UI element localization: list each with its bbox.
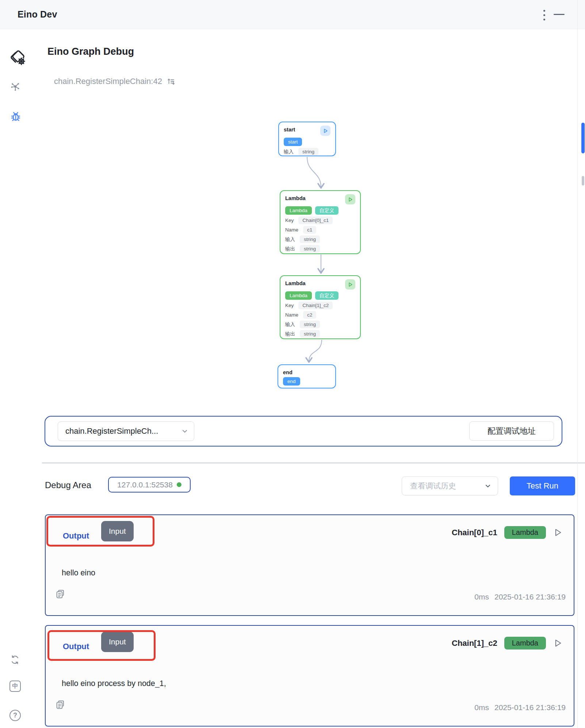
result-meta: 0ms 2025-01-16 21:36:19 (474, 703, 566, 712)
kv-label: 输出 (285, 331, 295, 337)
sort-layout-icon[interactable] (167, 77, 175, 86)
run-node-play-icon[interactable] (553, 528, 563, 537)
output-content: hello eino process by node_1, (62, 679, 166, 688)
node-start-input-label: 输入 (284, 149, 294, 155)
timestamp: 2025-01-16 21:36:19 (494, 703, 566, 712)
language-icon[interactable]: 中 (9, 681, 21, 692)
node-info: Chain[1]_c2 Lambda (452, 637, 563, 650)
copy-icon[interactable] (55, 700, 66, 710)
node-lambda-c1-play-button[interactable] (345, 194, 355, 204)
debug-address: 127.0.0.1:52538 (117, 480, 173, 489)
output-tab[interactable]: Output (63, 531, 89, 541)
input-tab[interactable]: Input (101, 632, 134, 652)
kv-value: string (300, 330, 320, 338)
kebab-menu-icon[interactable] (540, 8, 548, 22)
refresh-icon[interactable] (10, 655, 20, 665)
titlebar: Eino Dev (0, 0, 585, 29)
node-start-input-type: string (298, 148, 318, 156)
test-run-label: Test Run (527, 481, 558, 491)
scrollbar-thumb[interactable] (581, 123, 585, 153)
language-glyph: 中 (12, 682, 18, 690)
section-divider (42, 463, 585, 463)
trace-label: chain.RegisterSimpleChain:42 (54, 77, 162, 86)
eino-logo-icon (8, 49, 26, 67)
duration: 0ms (474, 703, 489, 712)
node-lambda-c1-custom-badge: 自定义 (315, 206, 339, 215)
kv-label: Name (285, 227, 298, 233)
output-content: hello eino (62, 568, 95, 578)
copy-icon[interactable] (55, 589, 66, 600)
trace-row: chain.RegisterSimpleChain:42 (54, 77, 175, 86)
scrollbar-track[interactable] (577, 0, 585, 728)
chevron-down-icon (485, 483, 491, 489)
chevron-down-icon (181, 428, 188, 434)
kv-value: string (300, 235, 320, 243)
kv-label: 输入 (285, 236, 295, 243)
status-dot (177, 482, 181, 487)
node-start-type-badge: start (284, 138, 302, 146)
result-meta: 0ms 2025-01-16 21:36:19 (474, 593, 566, 601)
node-lambda-c1[interactable]: Lambda Lambda 自定义 KeyChain[0]_c1 Namec1 … (280, 190, 361, 254)
graph-view-icon[interactable] (10, 81, 21, 92)
node-lambda-c2[interactable]: Lambda Lambda 自定义 KeyChain[1]_c2 Namec2 … (280, 275, 361, 339)
page-title: Eino Graph Debug (47, 46, 134, 57)
duration: 0ms (474, 593, 489, 601)
kv-label: 输入 (285, 321, 295, 328)
graph-select-value: chain.RegisterSimpleCh... (65, 426, 158, 436)
node-start-title: start (284, 126, 295, 133)
eino-dev-window: Eino Dev (0, 0, 585, 728)
run-node-play-icon[interactable] (553, 638, 563, 648)
debug-area-title: Debug Area (45, 480, 91, 490)
configure-debug-address-button[interactable]: 配置调试地址 (469, 421, 554, 441)
result-card-c1: Output Input Chain[0]_c1 Lambda hello ei… (45, 514, 574, 616)
kv-value: string (300, 245, 320, 253)
node-end-type-badge: end (283, 377, 300, 386)
node-lambda-c1-title: Lambda (285, 194, 306, 201)
node-lambda-c2-title: Lambda (285, 279, 306, 286)
kv-label: Key (285, 303, 294, 308)
help-glyph: ? (13, 712, 17, 719)
node-key: Chain[0]_c1 (452, 528, 497, 537)
node-lambda-c2-play-button[interactable] (345, 279, 355, 290)
node-start[interactable]: start start 输入 string (278, 122, 336, 156)
kv-value: c2 (303, 311, 316, 319)
node-lambda-c1-type-badge: Lambda (285, 206, 312, 215)
kv-label: 输出 (285, 246, 295, 252)
minimize-icon[interactable] (554, 14, 565, 15)
result-card-c2: Output Input Chain[1]_c2 Lambda hello ei… (45, 625, 574, 727)
debug-icon[interactable] (10, 110, 22, 122)
graph-select[interactable]: chain.RegisterSimpleCh... (58, 421, 194, 441)
app-title: Eino Dev (18, 9, 57, 20)
node-start-play-button[interactable] (320, 126, 330, 136)
node-end-title: end (283, 368, 292, 375)
kv-value: string (300, 321, 320, 328)
output-tab[interactable]: Output (63, 642, 89, 651)
debug-history-select[interactable]: 查看调试历史 (402, 476, 498, 495)
debug-history-placeholder: 查看调试历史 (410, 481, 456, 491)
node-info: Chain[0]_c1 Lambda (452, 526, 563, 539)
node-end[interactable]: end end (278, 364, 336, 388)
node-type-badge: Lambda (504, 637, 546, 650)
node-lambda-c2-type-badge: Lambda (285, 291, 312, 300)
kv-value: c1 (303, 226, 316, 234)
input-tab[interactable]: Input (101, 521, 134, 541)
help-icon[interactable]: ? (9, 710, 21, 721)
scrollbar-thumb-secondary[interactable] (582, 176, 584, 185)
graph-toolbar: chain.RegisterSimpleCh... 配置调试地址 (45, 416, 562, 447)
node-key: Chain[1]_c2 (452, 639, 497, 648)
test-run-button[interactable]: Test Run (510, 476, 575, 495)
debug-address-badge: 127.0.0.1:52538 (108, 477, 191, 493)
kv-value: Chain[0]_c1 (298, 217, 333, 224)
configure-debug-address-label: 配置调试地址 (488, 426, 536, 437)
node-type-badge: Lambda (504, 526, 546, 539)
kv-value: Chain[1]_c2 (298, 302, 333, 309)
kv-label: Name (285, 312, 298, 318)
timestamp: 2025-01-16 21:36:19 (494, 593, 566, 601)
kv-label: Key (285, 218, 294, 223)
node-lambda-c2-custom-badge: 自定义 (315, 291, 339, 300)
